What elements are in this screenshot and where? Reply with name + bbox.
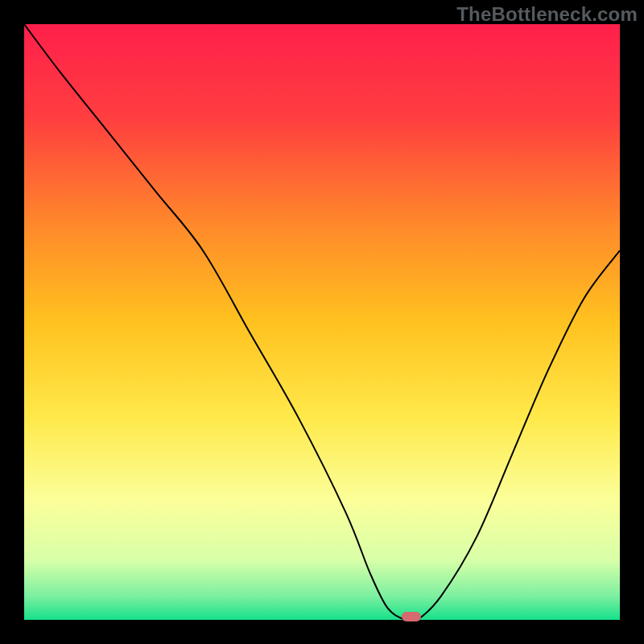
chart-frame: TheBottleneck.com <box>0 0 644 644</box>
plot-area <box>24 24 620 620</box>
watermark-text: TheBottleneck.com <box>456 3 638 26</box>
bottleneck-curve <box>24 24 620 620</box>
optimum-marker <box>402 612 421 621</box>
